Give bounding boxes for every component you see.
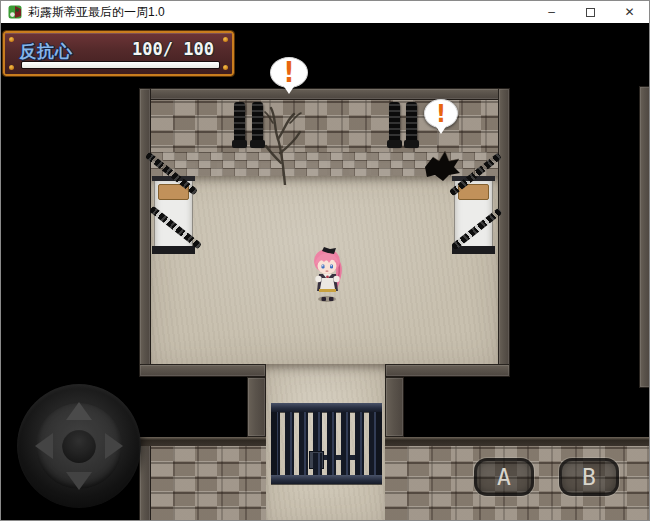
wall-shackle bbox=[234, 102, 245, 146]
bottom-wall-left bbox=[151, 446, 266, 521]
hud-stat-value: 100/ 100 bbox=[132, 39, 214, 59]
wall-frame-bottom-right bbox=[385, 364, 510, 377]
walkway-frame-left bbox=[247, 377, 266, 437]
wall-frame-bottom-left bbox=[139, 364, 266, 377]
hud-gauge-fill bbox=[22, 62, 219, 68]
wall-shackle bbox=[252, 102, 263, 146]
alert-balloon: ! bbox=[270, 57, 308, 97]
wall-frame-right bbox=[498, 88, 510, 377]
hud-panel: 反抗心 100/ 100 bbox=[3, 31, 234, 76]
player-character bbox=[309, 246, 346, 303]
iron-gate bbox=[271, 403, 382, 484]
dead-tree bbox=[263, 101, 307, 185]
button-a[interactable]: A bbox=[474, 458, 534, 496]
gate-top-rail bbox=[271, 403, 382, 412]
wall-frame-left bbox=[139, 88, 151, 377]
gate-bars bbox=[271, 412, 382, 453]
virtual-dpad[interactable] bbox=[17, 384, 141, 508]
bottom-wall-right-edge bbox=[385, 437, 650, 446]
wall-hole bbox=[423, 149, 461, 182]
maximize-icon bbox=[586, 8, 595, 17]
dpad-down-arrow[interactable] bbox=[66, 472, 92, 490]
wall-shackle bbox=[406, 102, 417, 146]
exclamation-icon: ! bbox=[284, 56, 295, 88]
dpad-left-arrow[interactable] bbox=[35, 433, 53, 459]
hud-stat-label: 反抗心 bbox=[19, 40, 73, 63]
game-viewport: ! ! bbox=[1, 23, 650, 521]
gate-bottom-rail bbox=[271, 475, 382, 484]
window-title: 莉露斯蒂亚最后的一周1.0 bbox=[28, 4, 165, 21]
minimize-button[interactable]: – bbox=[532, 1, 571, 23]
wall-shackle bbox=[389, 102, 400, 146]
app-icon bbox=[8, 5, 22, 19]
bed-footboard bbox=[152, 246, 195, 254]
dpad-right-arrow[interactable] bbox=[105, 433, 123, 459]
dpad-center-knob[interactable] bbox=[62, 429, 96, 463]
close-button[interactable]: ✕ bbox=[610, 1, 649, 23]
far-right-wall-frame bbox=[639, 86, 650, 388]
alert-balloon: ! bbox=[424, 99, 458, 136]
bottom-wall-left-edge bbox=[139, 437, 266, 446]
gate-bars-lower bbox=[271, 453, 382, 475]
walkway-frame-right bbox=[385, 377, 404, 437]
hud-gauge-track bbox=[21, 61, 220, 69]
button-b[interactable]: B bbox=[559, 458, 619, 496]
game-window: 莉露斯蒂亚最后的一周1.0 – ✕ bbox=[0, 0, 650, 521]
dpad-up-arrow[interactable] bbox=[66, 402, 92, 420]
exclamation-icon: ! bbox=[436, 99, 446, 128]
title-bar[interactable]: 莉露斯蒂亚最后的一周1.0 – ✕ bbox=[1, 1, 649, 23]
maximize-button[interactable] bbox=[571, 1, 610, 23]
